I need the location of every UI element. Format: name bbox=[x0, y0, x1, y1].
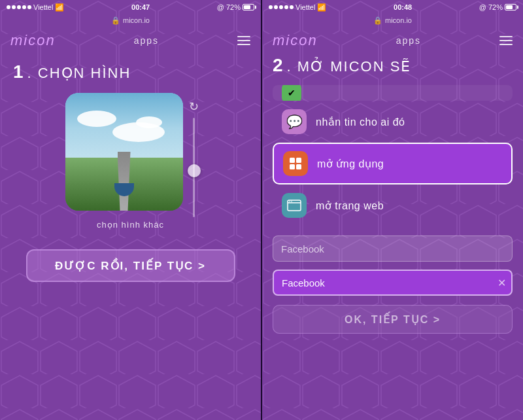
input-row-selected: ✕ bbox=[273, 270, 513, 296]
selected-image[interactable] bbox=[65, 93, 183, 211]
status-left-1: Viettel 📶 bbox=[7, 3, 64, 12]
step-header-2: 2. MỞ MICON SẼ bbox=[262, 55, 523, 85]
image-area: ↻ bbox=[65, 93, 196, 211]
signal-dots-2 bbox=[269, 5, 294, 9]
choose-other-label[interactable]: chọn hình khác bbox=[97, 220, 164, 230]
dot3 bbox=[17, 5, 21, 9]
step-num-1: 1 bbox=[13, 61, 25, 82]
panel-1: Viettel 📶 00:47 @ 72% 🔒 micon.io micon a… bbox=[0, 0, 261, 420]
nav-menu-2[interactable] bbox=[499, 36, 513, 45]
action-label-message: nhắn tin cho ai đó bbox=[316, 116, 405, 128]
dot5 bbox=[27, 5, 31, 9]
cloud-1 bbox=[77, 111, 116, 127]
battery-fill-1 bbox=[244, 5, 250, 9]
action-icon-open-web bbox=[282, 193, 307, 218]
action-icon-open-app bbox=[283, 151, 308, 176]
battery-icon-1 bbox=[243, 4, 254, 10]
continue-button-1[interactable]: ĐƯỢC RỒI, TIẾP TỤC > bbox=[26, 249, 235, 282]
cloud-3 bbox=[136, 116, 162, 128]
ok-button[interactable]: OK, TIẾP TỤC > bbox=[273, 305, 513, 334]
step-label-2: MỞ MICON SẼ bbox=[297, 58, 412, 75]
carrier-1: Viettel bbox=[33, 3, 53, 11]
dot5b bbox=[290, 5, 294, 9]
action-list: ✔ 💬 nhắn tin cho ai đó mở ứng bbox=[273, 85, 513, 225]
status-left-2: Viettel 📶 bbox=[269, 3, 326, 12]
step-title-2: 2. MỞ MICON SẼ bbox=[273, 55, 513, 76]
menu-line-5 bbox=[499, 40, 513, 41]
signal-dots-1 bbox=[7, 5, 31, 9]
menu-line-2 bbox=[237, 40, 250, 41]
browser-icon bbox=[287, 200, 301, 211]
svg-rect-0 bbox=[290, 158, 295, 163]
action-item-open-web[interactable]: mở trang web bbox=[273, 186, 513, 225]
url-text-2: micon.io bbox=[385, 16, 412, 24]
menu-line-6 bbox=[499, 44, 513, 45]
svg-point-6 bbox=[289, 201, 290, 202]
action-item-open-app[interactable]: mở ứng dụng bbox=[273, 143, 513, 184]
app-search-input[interactable] bbox=[273, 236, 513, 262]
lock-icon-1: 🔒 bbox=[111, 16, 120, 25]
refresh-icon[interactable]: ↻ bbox=[189, 99, 199, 114]
panel1-main: 1. CHỌN HÌNH ↻ chọn hình khác ĐƯỢC RỒ bbox=[0, 55, 261, 289]
signal-right-2: @ bbox=[479, 3, 486, 11]
slider-track[interactable] bbox=[193, 118, 195, 217]
status-bar-2: Viettel 📶 00:48 @ 72% bbox=[262, 0, 523, 14]
action-label-open-app: mở ứng dụng bbox=[317, 158, 384, 170]
status-bar-1: Viettel 📶 00:47 @ 72% bbox=[0, 0, 261, 14]
dot2 bbox=[12, 5, 16, 9]
menu-line-4 bbox=[499, 36, 513, 37]
dot4 bbox=[22, 5, 26, 9]
input-row-search bbox=[273, 236, 513, 262]
svg-rect-1 bbox=[296, 158, 301, 163]
dot4b bbox=[284, 5, 288, 9]
battery-percent-1: 72% bbox=[226, 3, 241, 11]
svg-rect-3 bbox=[296, 164, 301, 169]
action-label-open-web: mở trang web bbox=[316, 200, 384, 212]
wifi-icon-2: 📶 bbox=[317, 3, 326, 12]
action-icon-partial: ✔ bbox=[282, 85, 301, 101]
time-1: 00:47 bbox=[131, 3, 150, 11]
url-text-1: micon.io bbox=[123, 16, 150, 24]
status-right-2: @ 72% bbox=[479, 3, 516, 11]
image-slider[interactable]: ↻ bbox=[187, 99, 201, 217]
panel2-main: ✔ 💬 nhắn tin cho ai đó mở ứng bbox=[262, 85, 523, 334]
time-2: 00:48 bbox=[394, 3, 412, 11]
grid-icon bbox=[288, 156, 303, 171]
action-item-partial[interactable]: ✔ bbox=[273, 85, 513, 101]
step-label-1: CHỌN HÌNH bbox=[38, 65, 131, 81]
battery-percent-2: 72% bbox=[488, 3, 503, 11]
menu-line-3 bbox=[237, 44, 250, 45]
action-icon-message: 💬 bbox=[282, 109, 307, 134]
dot2b bbox=[274, 5, 278, 9]
slider-thumb[interactable] bbox=[188, 164, 201, 177]
clear-icon[interactable]: ✕ bbox=[498, 277, 506, 289]
carrier-2: Viettel bbox=[295, 3, 315, 11]
menu-line-1 bbox=[237, 36, 250, 37]
svg-point-7 bbox=[291, 201, 292, 202]
status-right-1: @ 72% bbox=[217, 3, 254, 11]
nav-apps-1: apps bbox=[134, 35, 159, 46]
battery-icon-2 bbox=[505, 4, 516, 10]
dot3b bbox=[279, 5, 283, 9]
wifi-icon-1: 📶 bbox=[55, 3, 64, 12]
nav-bar-1: micon apps bbox=[0, 26, 261, 55]
signal-right-1: @ bbox=[217, 3, 224, 11]
nav-menu-1[interactable] bbox=[237, 36, 250, 45]
battery-fill-2 bbox=[506, 5, 513, 9]
dot1 bbox=[7, 5, 10, 9]
logo-2: micon bbox=[273, 32, 318, 49]
url-bar-2: 🔒 micon.io bbox=[262, 14, 523, 26]
svg-rect-2 bbox=[290, 164, 295, 169]
nav-bar-2: micon apps bbox=[262, 26, 523, 55]
panel-2: Viettel 📶 00:48 @ 72% 🔒 micon.io micon a… bbox=[262, 0, 523, 420]
action-item-message[interactable]: 💬 nhắn tin cho ai đó bbox=[273, 102, 513, 141]
url-bar-1: 🔒 micon.io bbox=[0, 14, 261, 26]
lock-icon-2: 🔒 bbox=[373, 16, 382, 25]
dot1b bbox=[269, 5, 273, 9]
logo-1: micon bbox=[10, 32, 56, 49]
step-title-1: 1. CHỌN HÌNH bbox=[13, 61, 131, 82]
step-num-2: 2 bbox=[273, 55, 284, 75]
nav-apps-2: apps bbox=[396, 35, 421, 46]
app-selected-input[interactable] bbox=[273, 270, 513, 296]
